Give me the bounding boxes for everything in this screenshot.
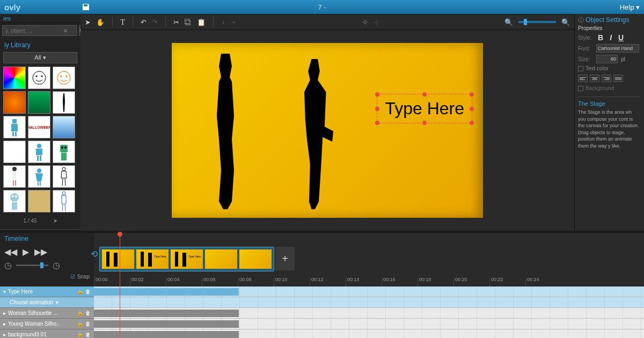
svg-rect-9: [11, 124, 18, 131]
size-input[interactable]: [596, 55, 618, 63]
library-thumb[interactable]: [53, 67, 75, 89]
zoom-slider[interactable]: [518, 21, 556, 23]
track-label[interactable]: ▸ background3 01🔒🗑: [0, 329, 94, 338]
frame-thumb[interactable]: [239, 249, 272, 269]
stage-canvas[interactable]: Type Here: [172, 43, 483, 218]
track-bar[interactable]: [94, 288, 239, 296]
library-tab[interactable]: ies: [0, 14, 80, 23]
clear-icon[interactable]: ✕: [63, 28, 68, 34]
undo-icon[interactable]: ↶: [141, 18, 147, 26]
stage-object-woman-1[interactable]: [204, 54, 247, 209]
forward-icon[interactable]: ▶▶: [34, 247, 47, 257]
resize-handle[interactable]: [375, 121, 379, 125]
trash-icon[interactable]: 🗑: [85, 321, 91, 327]
text-tool-icon[interactable]: T: [120, 18, 125, 27]
trash-icon[interactable]: 🗑: [85, 310, 91, 316]
library-thumb[interactable]: [3, 116, 26, 138]
svg-point-18: [64, 146, 67, 149]
timeline-zoom-slider[interactable]: [16, 264, 48, 266]
library-thumb[interactable]: [3, 67, 26, 89]
underline-button[interactable]: U: [617, 33, 625, 42]
svg-line-27: [62, 179, 63, 186]
library-thumb[interactable]: [28, 67, 50, 89]
paste-icon[interactable]: 📋: [197, 18, 206, 26]
align-icon[interactable]: ⫞: [221, 18, 225, 26]
library-filter[interactable]: All ▾: [3, 52, 77, 63]
track-row[interactable]: [94, 297, 644, 308]
resize-handle[interactable]: [470, 107, 474, 111]
snap-icon[interactable]: ⊹: [374, 18, 379, 26]
resize-handle[interactable]: [470, 92, 474, 97]
next-page-icon[interactable]: ➤: [53, 218, 57, 224]
library-thumb[interactable]: [28, 165, 50, 188]
library-thumb[interactable]: [53, 165, 75, 188]
library-thumb[interactable]: [53, 116, 75, 138]
zoom-in-icon[interactable]: 🔍: [561, 18, 570, 26]
font-select[interactable]: Cartoonist Hand: [596, 44, 639, 53]
track-label[interactable]: ▾ Type Here🔒🗑: [0, 286, 94, 297]
help-link[interactable]: Help ▾: [620, 3, 640, 11]
lock-icon[interactable]: 🔒: [77, 321, 83, 327]
loop-icon[interactable]: ⟲: [91, 249, 98, 259]
library-thumb[interactable]: [53, 190, 75, 212]
library-thumb[interactable]: [3, 190, 26, 212]
hand-icon[interactable]: ✋: [96, 18, 105, 26]
library-thumb[interactable]: [53, 91, 75, 114]
align-justify-icon[interactable]: [613, 75, 623, 82]
snap-label[interactable]: Snap: [77, 274, 90, 280]
track-row[interactable]: [94, 329, 644, 338]
frame-thumb[interactable]: [102, 249, 134, 269]
track-label[interactable]: Choose animation ▾: [0, 297, 94, 308]
resize-handle[interactable]: [375, 92, 379, 97]
distribute-icon[interactable]: ⫟: [230, 18, 237, 26]
align-left-icon[interactable]: [578, 75, 588, 82]
align-center-icon[interactable]: [590, 75, 599, 82]
move-icon[interactable]: ✥: [362, 18, 368, 26]
svg-rect-16: [60, 145, 68, 152]
bold-button[interactable]: B: [596, 33, 605, 42]
play-icon[interactable]: ▶: [23, 247, 29, 257]
library-thumb[interactable]: HALLOWEEN: [28, 116, 50, 138]
frame-thumb[interactable]: Type Here: [136, 249, 169, 269]
track-label[interactable]: ▸ Young Woman Silho..🔒🗑: [0, 319, 94, 329]
copy-icon[interactable]: ⿻: [185, 18, 192, 26]
resize-handle[interactable]: [422, 121, 427, 125]
trash-icon[interactable]: 🗑: [85, 332, 91, 337]
library-thumb[interactable]: [28, 91, 50, 114]
time-ruler[interactable]: 00:0000:0200:0400:0600:0800:1000:1200:14…: [94, 277, 644, 286]
frame-thumb[interactable]: [205, 249, 237, 269]
track-bar[interactable]: [94, 310, 239, 317]
lock-icon[interactable]: 🔒: [77, 332, 83, 337]
track-bar[interactable]: [94, 331, 239, 338]
resize-handle[interactable]: [375, 107, 379, 111]
italic-button[interactable]: I: [608, 33, 613, 42]
rewind-icon[interactable]: ◀◀: [4, 247, 17, 257]
pointer-icon[interactable]: ➤: [85, 18, 91, 26]
track-row[interactable]: [94, 308, 644, 319]
library-thumb[interactable]: [28, 141, 50, 163]
track-label[interactable]: ▸ Woman Silhouette ...🔒🗑: [0, 308, 94, 319]
stage-text-box[interactable]: Type Here: [377, 94, 472, 123]
playhead[interactable]: [120, 233, 120, 338]
cut-icon[interactable]: ✂: [173, 18, 179, 26]
redo-icon[interactable]: ↷: [152, 18, 158, 26]
library-thumb[interactable]: [53, 141, 75, 163]
track-row[interactable]: [94, 286, 644, 297]
background-checkbox[interactable]: Background: [578, 85, 641, 91]
library-thumb[interactable]: [3, 141, 26, 163]
resize-handle[interactable]: [470, 121, 474, 125]
resize-handle[interactable]: [422, 92, 427, 97]
track-bar[interactable]: [94, 320, 239, 328]
library-thumb[interactable]: [3, 91, 26, 114]
frame-thumb[interactable]: Type Here: [171, 249, 203, 269]
align-right-icon[interactable]: [602, 75, 611, 82]
text-color-checkbox[interactable]: Text color: [578, 65, 641, 71]
library-thumb[interactable]: [3, 165, 26, 188]
zoom-out-icon[interactable]: 🔍: [504, 18, 513, 26]
library-thumb[interactable]: [28, 190, 50, 212]
save-icon[interactable]: [79, 2, 92, 12]
add-frame-button[interactable]: +: [275, 247, 295, 270]
track-row[interactable]: [94, 319, 644, 329]
lock-icon[interactable]: 🔒: [77, 310, 83, 316]
stage-object-woman-2[interactable]: [290, 59, 338, 209]
